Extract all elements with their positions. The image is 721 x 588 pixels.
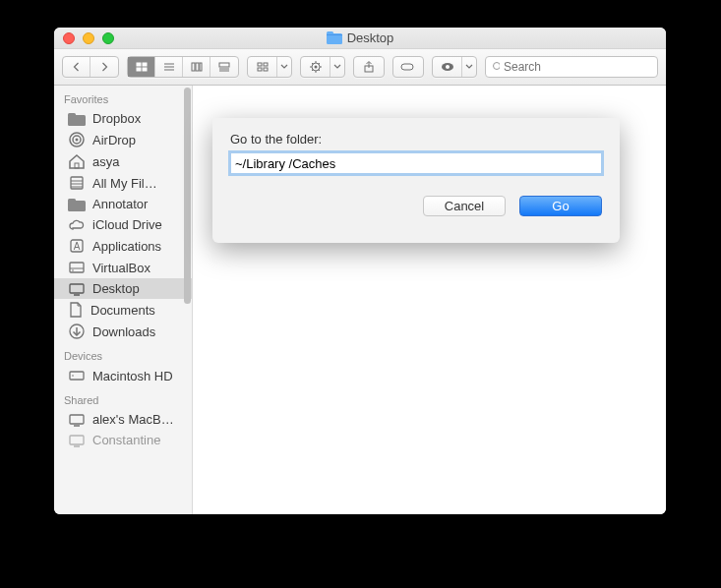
grid-icon xyxy=(136,62,148,72)
svg-rect-0 xyxy=(327,33,342,44)
close-button[interactable] xyxy=(63,32,75,44)
sidebar-item-allfiles[interactable]: All My Fil… xyxy=(54,172,192,194)
minimize-button[interactable] xyxy=(83,32,94,44)
chevron-down-icon xyxy=(465,64,473,70)
sidebar-item-shared-1[interactable]: alex's MacB… xyxy=(54,409,192,430)
arrange-button[interactable] xyxy=(247,56,292,78)
sidebar-item-label: Downloads xyxy=(92,324,155,339)
go-button[interactable]: Go xyxy=(519,196,602,216)
gear-icon xyxy=(309,61,323,73)
quicklook-button[interactable] xyxy=(432,56,477,78)
svg-rect-55 xyxy=(70,284,84,293)
action-button[interactable] xyxy=(300,56,345,78)
view-icons-button[interactable] xyxy=(128,57,155,77)
svg-rect-6 xyxy=(143,68,147,71)
chevron-down-icon xyxy=(280,64,288,70)
tags-button[interactable] xyxy=(392,56,424,78)
home-icon xyxy=(68,153,86,169)
window-title: Desktop xyxy=(54,30,666,45)
svg-marker-42 xyxy=(70,155,84,168)
finder-window: Desktop xyxy=(54,28,666,514)
folder-icon xyxy=(68,112,86,126)
dialog-buttons: Cancel Go xyxy=(230,196,602,216)
view-coverflow-button[interactable] xyxy=(210,57,238,77)
svg-rect-2 xyxy=(327,34,342,35)
sidebar-item-macintosh-hd[interactable]: Macintosh HD xyxy=(54,365,192,386)
doc-icon xyxy=(68,302,84,318)
view-list-button[interactable] xyxy=(155,57,183,77)
svg-point-54 xyxy=(72,269,74,271)
monitor-icon xyxy=(68,434,86,447)
svg-line-28 xyxy=(318,63,320,65)
svg-rect-18 xyxy=(258,68,262,71)
search-field[interactable] xyxy=(485,56,658,78)
search-input[interactable] xyxy=(504,60,651,74)
chevron-down-icon xyxy=(333,64,341,70)
sidebar-item-downloads[interactable]: Downloads xyxy=(54,321,192,342)
sidebar-item-label: alex's MacB… xyxy=(92,412,174,427)
forward-button[interactable] xyxy=(90,57,118,77)
airdrop-icon xyxy=(68,132,86,147)
cancel-button[interactable]: Cancel xyxy=(423,196,506,216)
window-title-text: Desktop xyxy=(347,30,394,45)
downloads-icon xyxy=(68,323,86,339)
sidebar-item-icloud[interactable]: iCloud Drive xyxy=(54,214,192,235)
folder-icon xyxy=(327,31,342,44)
eye-icon xyxy=(441,62,454,72)
sidebar-item-shared-2[interactable]: Constantine xyxy=(54,430,192,450)
folder-path-input[interactable] xyxy=(230,152,602,174)
svg-rect-63 xyxy=(70,436,84,444)
sidebar-item-label: Applications xyxy=(92,239,161,254)
scrollbar-thumb[interactable] xyxy=(184,88,191,304)
allfiles-icon xyxy=(68,175,86,191)
sidebar-item-documents[interactable]: Documents xyxy=(54,299,192,321)
svg-line-26 xyxy=(312,63,314,65)
sidebar-item-virtualbox[interactable]: VirtualBox xyxy=(54,257,192,278)
disk-icon xyxy=(68,260,86,275)
sidebar-item-airdrop[interactable]: AirDrop xyxy=(54,129,192,150)
view-columns-button[interactable] xyxy=(183,57,210,77)
window-controls xyxy=(54,32,114,44)
nav-back-forward xyxy=(62,56,119,78)
svg-line-27 xyxy=(318,70,320,72)
svg-rect-16 xyxy=(258,63,262,66)
sidebar-item-annotator[interactable]: Annotator xyxy=(54,194,192,214)
columns-icon xyxy=(191,62,203,72)
sidebar-scrollbar[interactable] xyxy=(184,88,191,343)
svg-point-60 xyxy=(72,375,74,377)
chevron-right-icon xyxy=(99,62,109,72)
svg-text:A: A xyxy=(74,241,81,252)
sidebar-item-label: All My Fil… xyxy=(92,176,157,191)
sidebar-item-home[interactable]: asya xyxy=(54,150,192,172)
app-icon: A xyxy=(68,238,86,254)
svg-rect-52 xyxy=(70,263,84,272)
back-button[interactable] xyxy=(63,57,90,77)
dialog-label: Go to the folder: xyxy=(230,132,602,147)
sidebar-item-label: Documents xyxy=(90,303,155,318)
share-button[interactable] xyxy=(353,56,385,78)
svg-point-21 xyxy=(314,66,317,69)
sidebar-item-label: iCloud Drive xyxy=(92,217,162,232)
coverflow-icon xyxy=(218,62,230,72)
svg-rect-5 xyxy=(137,68,141,71)
sidebar-item-label: VirtualBox xyxy=(92,261,150,275)
list-icon xyxy=(163,62,175,72)
svg-rect-59 xyxy=(70,372,84,380)
sidebar-item-dropbox[interactable]: Dropbox xyxy=(54,108,192,129)
svg-line-29 xyxy=(312,70,314,72)
sidebar-item-label: Annotator xyxy=(92,197,148,211)
zoom-button[interactable] xyxy=(102,32,114,44)
titlebar: Desktop xyxy=(54,28,666,49)
view-mode-segment xyxy=(127,56,239,78)
svg-rect-4 xyxy=(143,63,147,66)
sidebar-item-applications[interactable]: A Applications xyxy=(54,235,192,257)
search-icon xyxy=(492,61,500,73)
tag-icon xyxy=(400,62,416,72)
svg-rect-61 xyxy=(70,415,84,424)
sidebar-item-desktop[interactable]: Desktop xyxy=(54,278,192,299)
section-devices: Devices xyxy=(54,342,192,365)
section-favorites: Favorites xyxy=(54,86,192,108)
button-label: Cancel xyxy=(445,199,484,213)
svg-rect-13 xyxy=(219,63,229,67)
svg-rect-3 xyxy=(137,63,141,66)
